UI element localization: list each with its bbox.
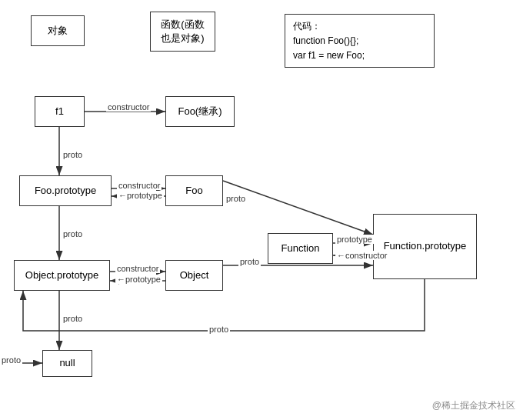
label-fooprototype-proto: proto: [62, 229, 84, 238]
function-box: Function: [268, 233, 333, 264]
label-foo-proto: proto: [225, 194, 247, 203]
function-prototype-label: Function.prototype: [384, 239, 467, 253]
label-function-constructor: ←constructor: [335, 251, 388, 260]
foo-inherit-box: Foo(继承): [165, 96, 235, 127]
diagram: 对象 函数(函数也是对象) f1 Foo(继承) Foo.prototype F…: [0, 0, 523, 420]
foo-box: Foo: [165, 175, 223, 206]
label-objproto-proto: proto: [62, 314, 84, 323]
label-function-prototype: prototype: [335, 235, 374, 244]
label-f1-proto: proto: [62, 150, 84, 159]
code-box: 代码： function Foo(){}; var f1 = new Foo;: [285, 14, 435, 68]
object-prototype-box: Object.prototype: [14, 260, 110, 291]
function-prototype-box: Function.prototype: [373, 214, 477, 279]
function-concept-box: 函数(函数也是对象): [150, 12, 215, 52]
label-fp-prototype: ←prototype: [117, 191, 164, 200]
null-box: null: [42, 350, 92, 377]
function-concept-label: 函数(函数也是对象): [161, 18, 204, 45]
label-obj-proto: proto: [238, 257, 261, 266]
label-f1-constructor: constructor: [106, 102, 151, 112]
object-concept-box: 对象: [31, 15, 85, 46]
object-box: Object: [165, 260, 223, 291]
label-fp-bottom-proto: proto: [208, 325, 230, 334]
label-obj-prototype: ←prototype: [115, 275, 162, 284]
svg-line-7: [223, 181, 373, 235]
label-fp-constructor: constructor: [117, 181, 162, 190]
foo-prototype-box: Foo.prototype: [19, 175, 112, 206]
label-null-proto: proto: [0, 355, 22, 365]
code-line1: function Foo(){};: [293, 34, 426, 48]
label-obj-constructor: constructor: [115, 264, 160, 273]
watermark: @稀土掘金技术社区: [432, 399, 515, 412]
code-title: 代码：: [293, 19, 426, 34]
f1-box: f1: [35, 96, 85, 127]
code-line2: var f1 = new Foo;: [293, 48, 426, 63]
